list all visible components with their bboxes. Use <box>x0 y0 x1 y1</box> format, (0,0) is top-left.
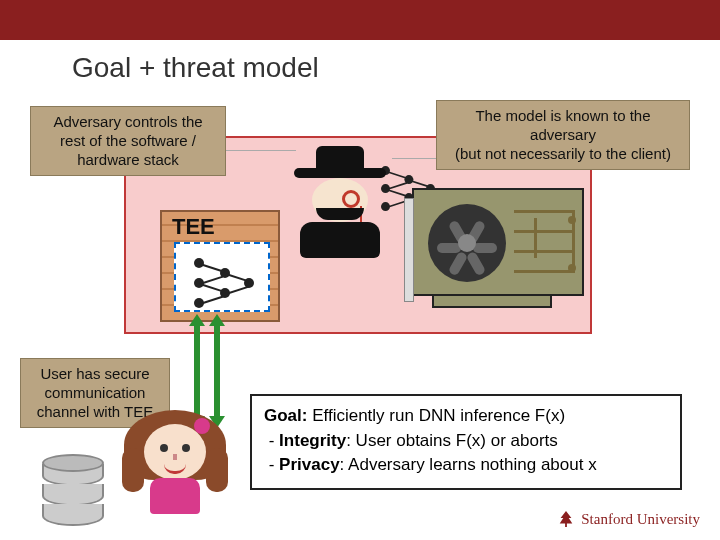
tee-inner <box>174 242 270 312</box>
goal-line-2: - Integrity: User obtains F(x) or aborts <box>264 429 668 454</box>
neural-net-icon <box>194 254 254 304</box>
footer-logo: Stanford University <box>557 510 700 528</box>
goal-heading-rest: Efficiently run DNN inference F(x) <box>307 406 565 425</box>
integrity-label: Integrity <box>279 431 346 450</box>
slide-title: Goal + threat model <box>72 52 319 84</box>
adversary-label: Adversary controls the rest of the softw… <box>30 106 226 176</box>
fan-icon <box>428 204 506 282</box>
tee-label: TEE <box>172 214 215 240</box>
user-icon <box>120 400 230 530</box>
tee-enclave: TEE <box>160 210 280 322</box>
title-bar <box>0 0 720 40</box>
gpu-bracket <box>404 198 414 302</box>
integrity-rest: : User obtains F(x) or aborts <box>346 431 558 450</box>
goal-box: Goal: Efficiently run DNN inference F(x)… <box>250 394 682 490</box>
database-icon <box>42 454 104 532</box>
goal-line-1: Goal: Efficiently run DNN inference F(x) <box>264 404 668 429</box>
model-known-label: The model is known to the adversary (but… <box>436 100 690 170</box>
footer-org: Stanford University <box>581 511 700 528</box>
goal-line-3: - Privacy: Adversary learns nothing abou… <box>264 453 668 478</box>
gpu-icon <box>412 188 584 296</box>
adversary-icon <box>290 146 390 260</box>
gpu-connector <box>432 296 552 308</box>
privacy-rest: : Adversary learns nothing about x <box>340 455 597 474</box>
goal-heading: Goal: <box>264 406 307 425</box>
tree-icon <box>557 510 575 528</box>
privacy-label: Privacy <box>279 455 340 474</box>
